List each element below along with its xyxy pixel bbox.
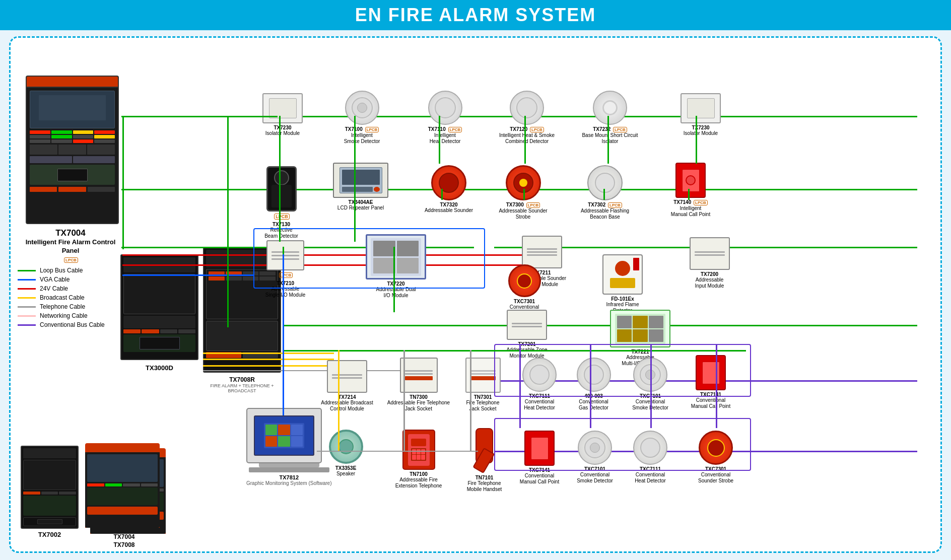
wire-v-conv1 xyxy=(519,344,521,428)
txc7301-1-device: TXC7301 ConventionalSounder Strobe xyxy=(494,264,555,316)
tx7120-device: TX7120 LPCB Intelligent Heat & SmokeComb… xyxy=(494,91,560,145)
lpcb-badge-main: LPCB xyxy=(64,257,78,263)
wire-v-tel2 xyxy=(470,350,471,451)
wire-panel-h-out xyxy=(121,116,278,117)
wire-h-tel-bot xyxy=(317,451,478,452)
tx3000d-label: TX3000D xyxy=(120,364,198,372)
wire-v-conv2 xyxy=(590,344,591,428)
tx7230-1-device: TX7230 Isolator Module xyxy=(257,93,308,136)
tx7004-tx7008-panel: TX7004TX7008 xyxy=(85,443,163,549)
legend-vga: VGA Cable xyxy=(40,276,70,283)
wire-v-tel xyxy=(403,350,405,451)
tx7110-device: TX7110 LPCB IntelligentHeat Detector xyxy=(416,91,474,145)
tx3404ae-device: TX3404AE LCD Repeater Panel xyxy=(328,163,393,211)
tx7214-device: TX7214 Addressable BroadcastControl Modu… xyxy=(317,360,377,412)
wire-v-tx7130 xyxy=(279,116,281,242)
wire-v1 xyxy=(122,116,124,249)
tx3000d-panel xyxy=(120,254,198,360)
legend-networking: Networking Cable xyxy=(40,312,88,319)
wire-yellow-h xyxy=(203,353,334,354)
wire-green-row2 xyxy=(283,325,917,326)
main-panel-model: TX7004 xyxy=(18,228,123,238)
purple-outline-box xyxy=(494,344,751,397)
wire-v-conv3 xyxy=(650,344,652,428)
wire-v-broadcast xyxy=(338,350,339,451)
wire-v-tx7232 xyxy=(607,116,609,164)
tx7140-device: TX7140 LPCB IntelligentManual Call Point xyxy=(660,163,721,218)
page-title: EN FIRE ALARM SYSTEM xyxy=(355,5,596,26)
legend-conventional: Conventional Bus Cable xyxy=(40,321,105,328)
wire-blue-vga xyxy=(283,254,284,415)
fd101ex-device: FD-101Ex Infrared FlameDetector xyxy=(592,254,653,314)
tn7100-device: TN7100 Addressable FireExtension Telepho… xyxy=(386,430,451,489)
wire-v-tx3404ae xyxy=(354,116,356,242)
wire-blue-h xyxy=(122,274,253,276)
purple-outline-box2 xyxy=(494,418,751,471)
tx7232-device: TX7232 LPCB Base Mount Short Circuit Iso… xyxy=(580,91,640,145)
wire-v-conv4 xyxy=(716,344,717,428)
tn7300-device: TN7300 Addressable Fire TelephoneJack So… xyxy=(386,358,451,412)
tx7002-panel: TX7002 xyxy=(21,446,79,538)
tx7302-device: TX7302 LPCB Addressable FlashingBeacon B… xyxy=(572,165,638,220)
wire-yellow-h3 xyxy=(203,365,334,367)
wire-v-tx7110 xyxy=(439,116,440,164)
legend: Loop Bus Cable VGA Cable 24V Cable Broad… xyxy=(18,267,105,330)
wire-v-module2 xyxy=(393,247,395,312)
tx7200-device: TX7200 AddressableInput Module xyxy=(681,237,738,289)
wire-panel-to-loop xyxy=(227,116,229,327)
main-container: TX7004 Intelligent Fire Alarm Control Pa… xyxy=(9,36,942,553)
main-panel xyxy=(26,76,119,224)
wire-v-tx7120 xyxy=(524,116,526,164)
tx7008r-label: TX7008R FIRE ALARM + TELEPHONE + BROADCA… xyxy=(203,376,281,393)
legend-loop-bus: Loop Bus Cable xyxy=(40,267,83,274)
legend-24v: 24V Cable xyxy=(40,285,68,292)
wire-bottom-green xyxy=(283,350,746,352)
tx7230-2-device: TX7230 Isolator Module xyxy=(675,93,726,136)
wire-v-tx7300 xyxy=(523,189,525,200)
tx3353e-device: TX3353E Speaker xyxy=(317,430,375,477)
main-panel-title: TX7004 Intelligent Fire Alarm Control Pa… xyxy=(18,228,123,264)
main-panel-name: Intelligent Fire Alarm Control Panel xyxy=(18,238,123,255)
tx7320-device: TX7320 Addressable Sounder xyxy=(424,165,474,214)
page-header: EN FIRE ALARM SYSTEM xyxy=(0,0,951,30)
wire-v-tx7140 xyxy=(688,189,690,200)
tx7100-device: TX7100 LPCB IntelligentSmoke Detector xyxy=(333,91,391,145)
wire-v-tx7302 xyxy=(603,189,605,200)
wire-v-tx7320 xyxy=(441,189,443,200)
legend-telephone: Telephone Cable xyxy=(40,303,85,310)
wire-v-tx7230-2 xyxy=(696,116,697,164)
wire-yellow-h2 xyxy=(203,359,334,360)
legend-broadcast: Broadcast Cable xyxy=(40,294,85,301)
blue-outline-box xyxy=(253,228,485,289)
